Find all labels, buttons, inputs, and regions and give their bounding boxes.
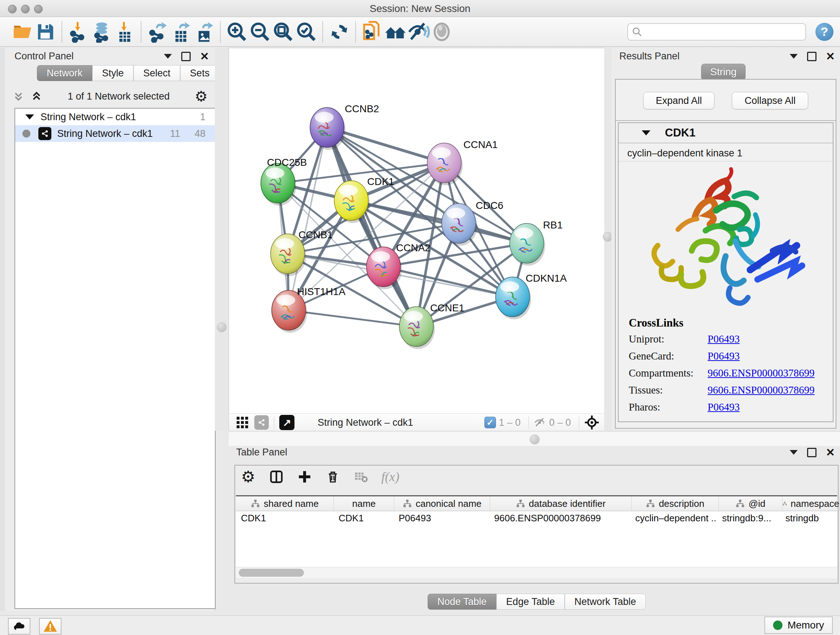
tab-style[interactable]: Style xyxy=(92,65,134,81)
import-network-icon[interactable] xyxy=(67,20,90,43)
create-column-icon[interactable] xyxy=(297,469,313,485)
tab-select[interactable]: Select xyxy=(134,65,180,81)
warnings-button[interactable] xyxy=(39,618,62,635)
show-graphics-details-icon[interactable] xyxy=(430,20,453,43)
close-panel-icon[interactable]: ✕ xyxy=(200,53,209,60)
collapse-panel-icon[interactable] xyxy=(790,54,798,59)
hide-labels-icon[interactable] xyxy=(407,20,430,43)
export-image-icon[interactable] xyxy=(193,20,216,43)
node-CDC6[interactable] xyxy=(442,203,477,246)
table-row[interactable]: CDK1CDK1P064939606.ENSP00000378699cyclin… xyxy=(236,511,837,525)
zoom-fit-icon[interactable] xyxy=(272,20,295,43)
tab-network[interactable]: Network xyxy=(37,65,92,81)
grid-view-icon[interactable] xyxy=(235,416,249,429)
open-session-icon[interactable] xyxy=(11,20,34,43)
import-network-from-database-icon[interactable] xyxy=(90,20,113,43)
node-RB1[interactable] xyxy=(510,223,545,266)
crosslink-link[interactable]: P06493 xyxy=(707,333,740,345)
table-cell[interactable]: stringdb:9... xyxy=(717,511,780,525)
float-panel-icon[interactable] xyxy=(181,52,191,61)
collapse-all-networks-icon[interactable] xyxy=(30,90,43,103)
search-box[interactable] xyxy=(627,23,806,41)
column-header-database-identifier[interactable]: database identifier xyxy=(490,496,632,511)
collapse-panel-icon[interactable] xyxy=(790,450,798,455)
column-header-canonical-name[interactable]: canonical name xyxy=(394,496,490,511)
hidden-eye-slash-icon[interactable] xyxy=(534,416,546,429)
zoom-selected-icon[interactable] xyxy=(295,20,318,43)
network-badge-icon[interactable] xyxy=(254,415,269,430)
crosslink-link[interactable]: P06493 xyxy=(707,401,740,413)
node-CCNA1[interactable] xyxy=(427,143,463,185)
birds-eye-view-icon[interactable]: ↗ xyxy=(279,415,294,430)
gene-expander-icon[interactable] xyxy=(642,130,651,135)
edge-HIST1H1A-CCNE1[interactable] xyxy=(289,310,416,326)
column-header-shared-name[interactable]: shared name xyxy=(236,496,334,511)
table-cell[interactable]: CDK1 xyxy=(236,511,333,525)
tab-edge-table[interactable]: Edge Table xyxy=(496,594,565,610)
collapse-all-button[interactable]: Collapse All xyxy=(732,92,808,109)
tab-network-table[interactable]: Network Table xyxy=(565,594,646,610)
tab-sets[interactable]: Sets xyxy=(180,65,219,81)
memory-button[interactable]: Memory xyxy=(764,616,833,634)
horizontal-splitter[interactable] xyxy=(229,431,840,447)
crosslink-link[interactable]: P06493 xyxy=(707,350,740,362)
search-input[interactable] xyxy=(643,26,796,38)
zoom-out-icon[interactable] xyxy=(248,20,272,43)
table-cell[interactable]: CDK1 xyxy=(333,511,393,525)
refresh-icon[interactable] xyxy=(328,20,351,43)
node-CDK1[interactable] xyxy=(334,181,370,223)
table-options-gear-icon[interactable]: ⚙ xyxy=(240,469,256,485)
float-panel-icon[interactable] xyxy=(807,448,816,457)
close-panel-icon[interactable]: ✕ xyxy=(826,53,835,60)
export-table-icon[interactable] xyxy=(169,20,193,43)
vertical-splitter-left[interactable] xyxy=(215,48,229,431)
expand-all-button[interactable]: Expand All xyxy=(643,92,715,109)
node-CCNE1[interactable] xyxy=(399,307,435,349)
column-header-description[interactable]: description xyxy=(632,496,719,511)
tab-node-table[interactable]: Node Table xyxy=(428,594,496,610)
selected-nodes-checkbox-icon[interactable]: ✓ xyxy=(485,417,496,428)
network-row[interactable]: String Network – cdk1 11 48 xyxy=(15,125,215,142)
float-panel-icon[interactable] xyxy=(807,52,816,61)
column-namespace-icon xyxy=(736,499,745,508)
network-options-gear-icon[interactable]: ⚙ xyxy=(195,89,208,103)
edge-CCNB2-HIST1H1A[interactable] xyxy=(289,127,327,310)
collapse-panel-icon[interactable] xyxy=(164,54,172,59)
home-networks-icon[interactable] xyxy=(384,20,407,43)
column-header-name[interactable]: name xyxy=(334,496,394,511)
node-CCNB2[interactable] xyxy=(310,108,346,150)
network-canvas[interactable]: CCNB2CCNA1CDC25BCDK1CDC6RB1CCNB1CCNA2CDK… xyxy=(229,48,605,414)
scrollbar-thumb[interactable] xyxy=(239,569,304,577)
export-network-icon[interactable] xyxy=(146,20,169,43)
gene-card: CDK1 cyclin–dependent kinase 1 xyxy=(618,122,834,422)
splitter-handle[interactable] xyxy=(217,322,227,333)
crosslink-row: GeneCard:P06493 xyxy=(629,350,833,362)
close-panel-icon[interactable]: ✕ xyxy=(826,449,835,456)
gene-card-header[interactable]: CDK1 xyxy=(619,123,833,143)
help-icon[interactable]: ? xyxy=(815,23,834,41)
fit-content-crosshair-icon[interactable] xyxy=(584,415,600,430)
table-cell[interactable]: 9606.ENSP00000378699 xyxy=(489,511,630,525)
table-horizontal-scrollbar[interactable] xyxy=(236,567,837,578)
show-columns-icon[interactable] xyxy=(268,469,284,485)
tab-string[interactable]: String xyxy=(701,64,745,80)
crosslink-link[interactable]: 9606.ENSP00000378699 xyxy=(707,367,815,379)
string-results-frame: Expand All Collapse All CDK1 cyclin–depe… xyxy=(615,79,836,429)
network-collection-row[interactable]: String Network – cdk1 1 xyxy=(15,109,215,125)
column-header-namespace[interactable]: namespace xyxy=(783,496,840,511)
table-cell[interactable]: P06493 xyxy=(393,511,489,525)
table-cell[interactable]: stringdb xyxy=(780,511,837,525)
expand-all-networks-icon[interactable] xyxy=(12,90,25,103)
table-cell[interactable]: cyclin–dependent ... xyxy=(630,511,717,525)
network-snapshot-icon[interactable] xyxy=(361,20,384,43)
vertical-splitter-right[interactable] xyxy=(604,48,611,431)
zoom-in-icon[interactable] xyxy=(225,20,248,43)
column-header--id[interactable]: @id xyxy=(719,496,783,511)
crosslink-link[interactable]: 9606.ENSP00000378699 xyxy=(707,384,815,396)
delete-column-icon[interactable] xyxy=(325,469,341,485)
splitter-handle[interactable] xyxy=(530,434,540,445)
save-session-icon[interactable] xyxy=(34,20,57,43)
import-table-icon[interactable] xyxy=(113,20,136,43)
cloud-status-button[interactable] xyxy=(8,618,30,635)
collection-expander-icon[interactable] xyxy=(25,114,34,119)
